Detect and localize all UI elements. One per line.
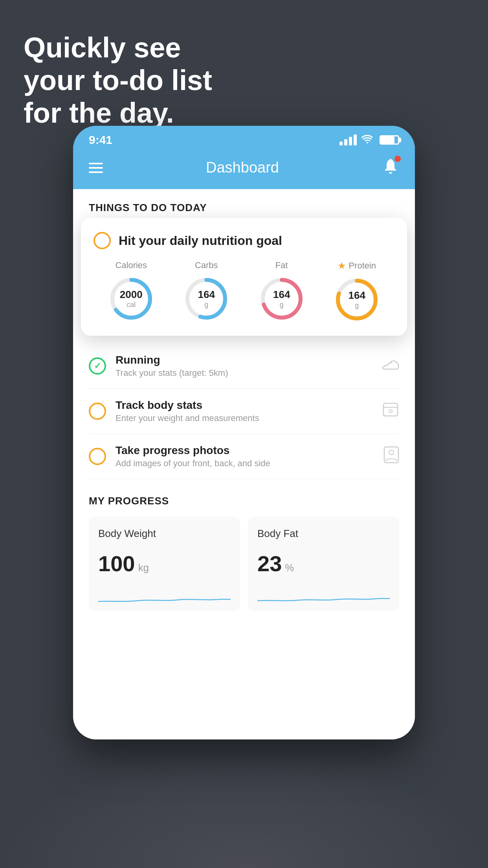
app-content: THINGS TO DO TODAY Hit your daily nutrit… <box>73 189 415 739</box>
protein-label: Protein <box>349 261 376 271</box>
protein-value: 164 <box>349 289 365 302</box>
protein-unit: g <box>349 302 365 310</box>
todo-circle-icon <box>94 232 111 249</box>
protein-label-row: ★ Protein <box>338 260 376 271</box>
status-bar: 9:41 <box>73 126 415 151</box>
carbs-unit: g <box>198 301 215 309</box>
photos-text: Take progress photos Add images of your … <box>116 444 374 469</box>
shoe-icon <box>382 357 399 375</box>
nutrition-card-title: Hit your daily nutrition goal <box>119 234 282 248</box>
body-fat-sparkline <box>257 586 390 609</box>
nutrition-grid: Calories 2000 cal Carbs <box>94 260 394 323</box>
body-fat-unit: % <box>285 562 294 574</box>
my-progress-title: MY PROGRESS <box>89 495 399 507</box>
running-text: Running Track your stats (target: 5km) <box>116 354 372 378</box>
scale-icon <box>382 402 399 421</box>
fat-value: 164 <box>273 289 290 301</box>
fat-unit: g <box>273 301 290 309</box>
body-stats-text: Track body stats Enter your weight and m… <box>116 399 372 423</box>
checkmark-icon: ✓ <box>94 361 101 371</box>
list-item-photos[interactable]: Take progress photos Add images of your … <box>89 434 399 479</box>
nutrition-calories: Calories 2000 cal <box>108 260 155 322</box>
app-title: Dashboard <box>206 159 279 176</box>
person-icon <box>383 446 399 467</box>
fat-donut: 164 g <box>258 275 305 322</box>
running-check-icon: ✓ <box>89 357 106 375</box>
todo-list: ✓ Running Track your stats (target: 5km) <box>73 344 415 479</box>
photos-title: Take progress photos <box>116 444 374 457</box>
body-stats-circle-icon <box>89 403 106 420</box>
body-fat-card[interactable]: Body Fat 23 % <box>248 517 399 611</box>
body-fat-label: Body Fat <box>257 528 390 540</box>
nutrition-fat: Fat 164 g <box>258 260 305 322</box>
svg-point-10 <box>389 410 392 413</box>
protein-donut: 164 g <box>333 276 380 323</box>
bg-shadow <box>0 750 488 868</box>
hero-headline: Quickly see your to-do list for the day. <box>24 31 212 129</box>
card-title-row: Hit your daily nutrition goal <box>94 232 394 249</box>
calories-unit: cal <box>120 301 143 309</box>
phone-mockup: 9:41 Dashboard <box>73 126 415 739</box>
body-stats-title: Track body stats <box>116 399 372 412</box>
star-icon: ★ <box>338 260 346 271</box>
body-weight-card[interactable]: Body Weight 100 kg <box>89 517 240 611</box>
carbs-donut: 164 g <box>183 275 230 322</box>
body-weight-value: 100 <box>98 551 135 576</box>
hamburger-button[interactable] <box>89 163 103 173</box>
body-weight-sparkline <box>98 586 231 609</box>
photos-circle-icon <box>89 448 106 465</box>
status-time: 9:41 <box>89 133 112 147</box>
body-weight-label: Body Weight <box>98 528 231 540</box>
signal-icon <box>339 134 357 145</box>
body-weight-value-row: 100 kg <box>98 551 231 576</box>
fat-label: Fat <box>275 260 288 270</box>
body-fat-value-row: 23 % <box>257 551 390 576</box>
notification-dot <box>394 156 401 162</box>
list-item-running[interactable]: ✓ Running Track your stats (target: 5km) <box>89 344 399 389</box>
nutrition-carbs: Carbs 164 g <box>183 260 230 322</box>
carbs-label: Carbs <box>195 260 218 270</box>
body-stats-subtitle: Enter your weight and measurements <box>116 413 372 423</box>
things-to-do-header: THINGS TO DO TODAY <box>73 189 415 222</box>
svg-point-12 <box>389 450 394 455</box>
list-item-body-stats[interactable]: Track body stats Enter your weight and m… <box>89 389 399 434</box>
status-icons <box>339 134 399 146</box>
my-progress-section: MY PROGRESS Body Weight 100 kg Body Fat <box>73 479 415 619</box>
body-fat-value: 23 <box>257 551 282 576</box>
progress-cards: Body Weight 100 kg Body Fat 23 % <box>89 517 399 611</box>
calories-label: Calories <box>115 260 147 270</box>
body-weight-unit: kg <box>138 562 149 574</box>
notification-button[interactable] <box>382 157 399 178</box>
app-header: Dashboard <box>73 151 415 189</box>
wifi-icon <box>361 134 373 146</box>
nutrition-protein: ★ Protein 164 g <box>333 260 380 323</box>
calories-donut: 2000 cal <box>108 275 155 322</box>
nutrition-card: Hit your daily nutrition goal Calories 2… <box>81 218 407 336</box>
calories-value: 2000 <box>120 289 143 301</box>
carbs-value: 164 <box>198 289 215 301</box>
running-title: Running <box>116 354 372 366</box>
photos-subtitle: Add images of your front, back, and side <box>116 458 374 469</box>
battery-icon <box>380 135 399 145</box>
running-subtitle: Track your stats (target: 5km) <box>116 368 372 378</box>
